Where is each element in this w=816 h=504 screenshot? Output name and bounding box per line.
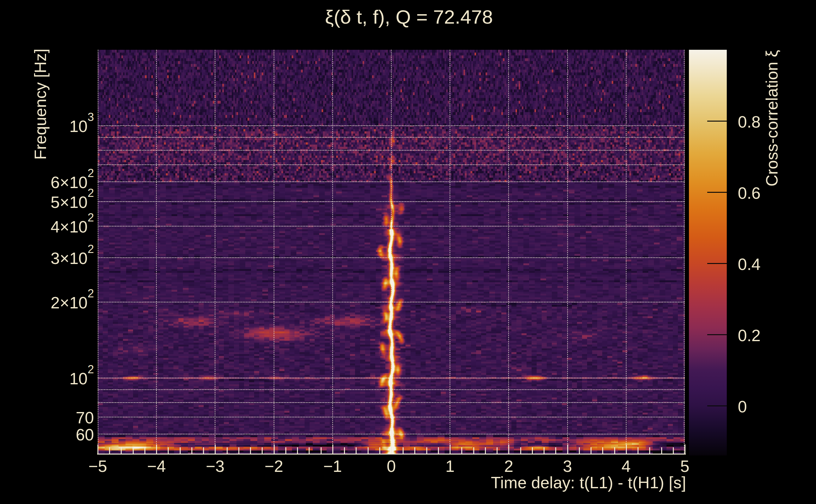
x-tick-label: 0 — [387, 457, 396, 476]
y-tick-label: 102 — [0, 369, 94, 388]
x-minor-tick — [638, 447, 639, 454]
x-tick-label: −3 — [206, 457, 225, 476]
x-minor-tick — [356, 447, 357, 454]
x-tick-label: −5 — [88, 457, 107, 476]
x-tick-label: 2 — [504, 457, 513, 476]
screenshot-root: ξ(δ t, f), Q = 72.478 Frequency [Hz] −5−… — [0, 0, 816, 504]
x-minor-tick — [203, 447, 204, 454]
colorbar-gradient — [689, 50, 727, 455]
x-minor-tick — [344, 447, 345, 454]
x-major-tick — [450, 444, 451, 454]
x-minor-tick — [485, 447, 486, 454]
x-minor-tick — [497, 447, 497, 454]
colorbar-tick — [707, 405, 727, 406]
x-minor-tick — [297, 447, 298, 454]
spectrogram-canvas — [98, 50, 685, 454]
y-tick-label: 3×102 — [0, 249, 94, 268]
x-minor-tick — [649, 447, 650, 454]
x-minor-tick — [109, 447, 110, 454]
x-minor-tick — [168, 447, 169, 454]
colorbar-title: Cross-correlation ξ — [762, 50, 781, 186]
x-minor-tick — [414, 447, 415, 454]
x-minor-tick — [368, 447, 369, 454]
x-minor-tick — [227, 447, 228, 454]
colorbar-tick — [707, 334, 727, 335]
x-minor-tick — [520, 447, 521, 454]
y-tick-label: 6×102 — [0, 173, 94, 192]
colorbar-tick-label: 0.6 — [738, 184, 761, 203]
colorbar-tick — [707, 121, 727, 122]
x-minor-tick — [309, 447, 310, 454]
x-minor-tick — [262, 447, 263, 454]
y-tick-label: 5×102 — [0, 193, 94, 212]
x-minor-tick — [285, 447, 286, 454]
x-minor-tick — [602, 447, 603, 454]
y-tick-label: 70 — [0, 408, 94, 427]
x-tick-label: 1 — [445, 457, 455, 476]
x-minor-tick — [144, 447, 145, 454]
colorbar-tick-label: 0.8 — [738, 112, 761, 131]
x-major-tick — [626, 444, 627, 454]
x-minor-tick — [543, 447, 544, 454]
x-tick-label: −1 — [323, 457, 342, 476]
x-minor-tick — [661, 447, 662, 454]
y-tick-label: 4×102 — [0, 217, 94, 236]
x-major-tick — [567, 444, 568, 454]
x-minor-tick — [121, 447, 122, 454]
x-minor-tick — [191, 447, 192, 454]
x-minor-tick — [250, 447, 251, 454]
x-major-tick — [215, 444, 216, 454]
colorbar-tick-label: 0.2 — [738, 326, 761, 345]
x-minor-tick — [555, 447, 556, 454]
y-axis-title: Frequency [Hz] — [31, 49, 50, 160]
x-minor-tick — [532, 447, 533, 454]
colorbar-tick — [707, 192, 727, 193]
colorbar-tick-label: 0 — [738, 397, 747, 416]
y-tick-label: 2×102 — [0, 293, 94, 312]
x-minor-tick — [461, 447, 462, 454]
x-major-tick — [391, 444, 392, 454]
x-minor-tick — [403, 447, 404, 454]
x-minor-tick — [379, 447, 380, 454]
x-major-tick — [156, 444, 157, 454]
x-minor-tick — [579, 447, 580, 454]
x-major-tick — [274, 444, 275, 454]
y-tick-label: 103 — [0, 117, 94, 136]
x-major-tick — [97, 444, 98, 454]
x-tick-label: 3 — [563, 457, 572, 476]
x-minor-tick — [180, 447, 181, 454]
x-minor-tick — [673, 447, 674, 454]
x-minor-tick — [590, 447, 591, 454]
colorbar-tick — [707, 263, 727, 264]
y-tick-label: 60 — [0, 425, 94, 444]
x-major-tick — [685, 444, 686, 454]
x-axis-title: Time delay: t(L1) - t(H1) [s] — [491, 473, 686, 492]
x-minor-tick — [614, 447, 615, 454]
x-minor-tick — [473, 447, 474, 454]
x-tick-label: −2 — [265, 457, 283, 476]
x-minor-tick — [133, 447, 134, 454]
x-tick-label: 5 — [681, 457, 690, 476]
x-minor-tick — [438, 447, 439, 454]
x-tick-label: −4 — [147, 457, 166, 476]
x-minor-tick — [321, 447, 322, 454]
x-major-tick — [508, 444, 509, 454]
x-minor-tick — [426, 447, 427, 454]
x-minor-tick — [239, 447, 239, 454]
colorbar-tick-label: 0.4 — [738, 255, 761, 274]
x-major-tick — [332, 444, 333, 454]
page-title: ξ(δ t, f), Q = 72.478 — [325, 6, 493, 28]
x-tick-label: 4 — [622, 457, 631, 476]
